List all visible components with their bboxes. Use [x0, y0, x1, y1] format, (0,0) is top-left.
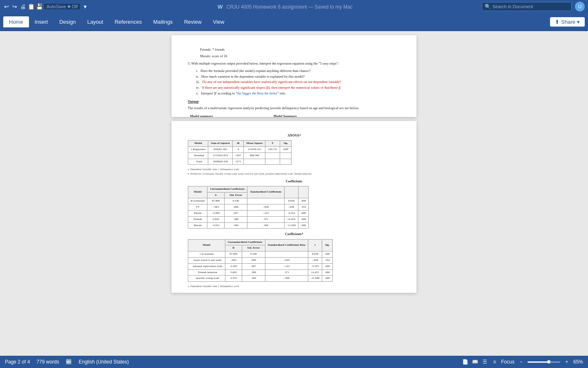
- tab-layout[interactable]: Layout: [82, 16, 109, 27]
- focus-label[interactable]: Focus: [501, 359, 514, 365]
- search-icon: 🔍: [485, 4, 491, 9]
- status-bar-right: 📄 📖 ☰ ≡ Focus − + 65%: [462, 359, 583, 365]
- sub-items: i. Does the formula provided (the model)…: [196, 69, 400, 96]
- model-summary-title: Model summary: [188, 114, 215, 117]
- sub-item-iii: iii. Do any of our independent variables…: [196, 80, 400, 85]
- sub-item-v: v. Interpret 'β' according to "the bigge…: [196, 91, 400, 96]
- document-title-area: W CRJU 4005 Homework 6 assignment — Save…: [88, 4, 482, 10]
- search-box[interactable]: 🔍 Search in Document: [482, 2, 572, 11]
- share-label: Share: [561, 19, 575, 25]
- ribbon: Home Insert Design Layout References Mai…: [0, 13, 588, 31]
- zoom-bar-fill: [528, 361, 549, 363]
- coefficients2-title: Coefficientsᵃ: [188, 232, 400, 236]
- share-icon: ⬆: [555, 19, 559, 25]
- document-page-top[interactable]: Friends: 7 friends Morals: score of 16 5…: [172, 35, 416, 117]
- document-area: Friends: 7 friends Morals: score of 16 5…: [0, 31, 588, 356]
- print-icon[interactable]: 🖨: [20, 3, 26, 10]
- autosave-dot: [68, 5, 70, 8]
- anova-full-area: ANOVAᵃ Model Sum of Squares df Mean Squa…: [188, 133, 400, 176]
- autosave-label: AutoSave: [47, 4, 66, 9]
- question-5: 5. With multiple regression output provi…: [188, 61, 400, 66]
- anova-full-table: Model Sum of Squares df Mean Square F Si…: [188, 140, 292, 165]
- zoom-level[interactable]: 65%: [573, 359, 583, 365]
- output-label: Output: [188, 99, 400, 104]
- undo-icon[interactable]: ↩: [3, 3, 10, 10]
- share-button[interactable]: ⬆ Share ▾: [550, 17, 585, 27]
- outline-view-icon[interactable]: ≡: [491, 359, 498, 365]
- coefficients-title: Coefficients: [188, 179, 400, 184]
- zoom-bar[interactable]: [528, 361, 560, 363]
- word-icon: W: [218, 4, 223, 10]
- anova-note-a: a. Dependent Variable: time 1 delinquenc…: [188, 167, 400, 171]
- anova-note-b: b. Predictors: (Constant), morally wrong…: [188, 172, 400, 175]
- tab-mailings[interactable]: Mailings: [147, 16, 178, 27]
- tab-design[interactable]: Design: [53, 16, 81, 27]
- redo-icon[interactable]: ↪: [11, 3, 18, 10]
- tab-insert[interactable]: Insert: [29, 16, 54, 27]
- language[interactable]: English (United States): [79, 359, 129, 365]
- ribbon-right: ⬆ Share ▾: [550, 17, 585, 27]
- sub-item-ii: ii. How much variation in the dependent …: [196, 74, 400, 79]
- model-summary-simple: Model summary RR Square .656.431: [188, 114, 215, 117]
- status-bar-left: Page 2 of 4 779 words 🔤 English (United …: [5, 359, 129, 365]
- title-bar-right: 🔍 Search in Document U: [482, 2, 585, 11]
- zoom-thumb[interactable]: [547, 360, 550, 364]
- zoom-plus-icon[interactable]: +: [564, 359, 570, 365]
- status-bar: Page 2 of 4 779 words 🔤 English (United …: [0, 356, 588, 368]
- bullet-morals: Morals: score of 16: [200, 54, 400, 59]
- sub-item-i: i. Does the formula provided (the model)…: [196, 69, 400, 74]
- customize-icon[interactable]: ▾: [82, 3, 88, 10]
- coefficients2-note: a. Dependent Variable: time 1 delinquenc…: [188, 284, 400, 288]
- bullet-friends: Friends: 7 friends: [200, 47, 400, 52]
- coefficients-area: Coefficients Model Unstandardized Coeffi…: [188, 179, 400, 229]
- sub-item-iv: iv. If there are any statistically signi…: [196, 85, 400, 90]
- autosave-status: Off: [72, 4, 78, 9]
- spell-check-icon[interactable]: 🔤: [66, 359, 72, 365]
- tables-area: Model summary RR Square .656.431 Model S…: [188, 114, 400, 117]
- coefficients2-table: Model Unstandardized Coefficients Standa…: [188, 239, 333, 282]
- tab-view[interactable]: View: [207, 16, 230, 27]
- view-icon[interactable]: 📋: [28, 3, 34, 10]
- model-summary-full-title: Model Summary: [223, 114, 347, 117]
- page-view-icon[interactable]: 📄: [462, 359, 468, 365]
- anova-full-title: ANOVAᵃ: [188, 133, 400, 138]
- autosave-badge[interactable]: AutoSave Off: [44, 4, 80, 9]
- save-icon[interactable]: 💾: [36, 3, 42, 10]
- title-bar: ↩ ↪ 🖨 📋 💾 AutoSave Off ▾ W CRJU 4005 Hom…: [0, 0, 588, 13]
- list-view-icon[interactable]: ☰: [481, 359, 488, 365]
- saved-status: — Saved to my Mac: [308, 4, 352, 10]
- tab-references[interactable]: References: [109, 16, 147, 27]
- user-avatar[interactable]: U: [575, 2, 585, 11]
- doc-title: CRJU 4005 Homework 6 assignment: [227, 4, 307, 10]
- read-view-icon[interactable]: 📖: [472, 359, 478, 365]
- model-summary-full: Model Summary ModelRR SquareAdjusted R S…: [223, 114, 347, 117]
- tab-home[interactable]: Home: [3, 16, 29, 27]
- coefficients-table: Model Unstandardized Coefficients Standa…: [188, 186, 309, 229]
- page-info: Page 2 of 4: [5, 359, 30, 365]
- search-placeholder: Search in Document: [492, 4, 533, 9]
- coefficients2-area: Coefficientsᵃ Model Unstandardized Coeff…: [188, 232, 400, 288]
- output-desc: The results of a multivariate regression…: [188, 106, 400, 111]
- document-page-bottom[interactable]: ANOVAᵃ Model Sum of Squares df Mean Squa…: [172, 121, 416, 293]
- zoom-minus-icon[interactable]: −: [518, 359, 524, 365]
- title-bar-left: ↩ ↪ 🖨 📋 💾 AutoSave Off ▾: [3, 3, 88, 10]
- tab-review[interactable]: Review: [178, 16, 207, 27]
- word-count: 779 words: [36, 359, 59, 365]
- share-chevron-icon: ▾: [577, 19, 580, 25]
